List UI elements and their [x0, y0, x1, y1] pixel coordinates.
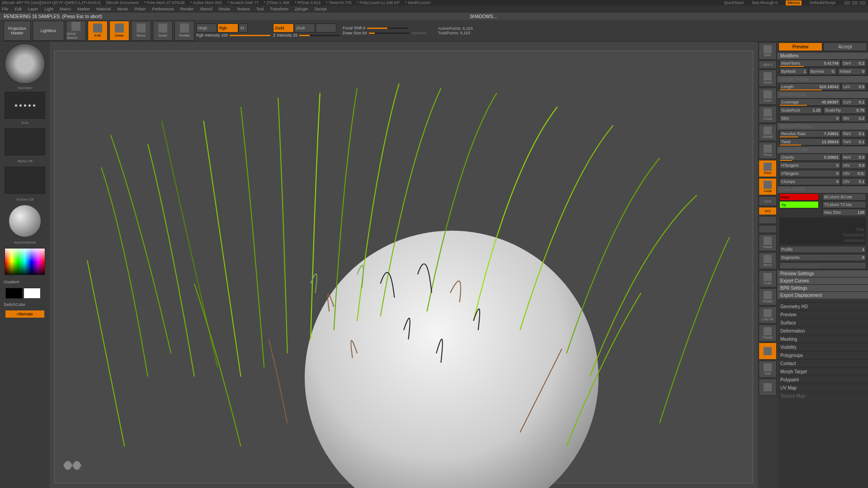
brush-preview[interactable] [5, 43, 45, 84]
transp-icon [764, 327, 772, 335]
material-preview[interactable] [9, 205, 41, 237]
xpose-btn[interactable] [759, 379, 777, 396]
rgb-btn[interactable]: Rgb [217, 23, 238, 33]
scale-btn[interactable]: Scale [153, 21, 173, 41]
render-status: RENDERING 16 SAMPLES. (Press Esc to abor… [4, 14, 102, 19]
focal-shift[interactable]: Focal Shift 0 [343, 26, 365, 30]
zsub-btn[interactable]: Zsub [294, 23, 315, 33]
aahalf-btn[interactable]: AAHalf [759, 124, 777, 141]
tip-color[interactable]: Tip [779, 201, 819, 208]
zoom-btn[interactable]: Zoom [759, 88, 777, 105]
ghost-btn[interactable] [759, 343, 777, 360]
transp-btn[interactable]: Transp [759, 324, 777, 342]
aahalf-icon [764, 127, 772, 135]
menu-file[interactable]: File [2, 7, 9, 11]
max-icon[interactable] [851, 0, 859, 5]
doc-title: ZBrush Document [106, 0, 139, 5]
frame-btn[interactable]: Frame [759, 234, 777, 251]
scaleview-btn[interactable]: Scale [759, 270, 777, 287]
color-picker[interactable] [5, 248, 45, 275]
xyz-btn[interactable]: XYZ [759, 207, 777, 215]
alpha-selector[interactable] [5, 128, 45, 155]
m-btn[interactable]: M [239, 23, 248, 33]
projection-master[interactable]: Projection Master [4, 21, 31, 41]
rotate-btn[interactable]: Rotate [175, 21, 194, 41]
draw-size[interactable]: Draw Size 64 [343, 31, 367, 35]
bpr-btn[interactable]: BPR [759, 42, 777, 60]
length-param[interactable]: Length910.18042 [779, 83, 840, 90]
persp-btn[interactable]: Persp [759, 142, 777, 159]
ghost-icon [764, 347, 772, 355]
viewport[interactable] [54, 51, 753, 483]
right-toolbar: BPR SPix 3 Scroll Zoom Actual AAHalf Per… [758, 42, 778, 488]
right-panel: Preview Accept Modifiers MaxFibers0.4174… [778, 42, 868, 488]
close-icon[interactable] [859, 0, 866, 5]
zadd-btn[interactable]: Zadd [273, 23, 294, 33]
spix[interactable]: SPix 3 [759, 61, 777, 69]
linefill-btn[interactable]: Line Fill [759, 306, 777, 324]
mrgb-btn[interactable]: Mrgb [196, 23, 217, 33]
actual-btn[interactable]: Actual [759, 106, 777, 123]
menu-edit[interactable]: Edit [15, 7, 22, 11]
preview-tab[interactable]: Preview [778, 42, 822, 51]
swatch-black[interactable] [5, 288, 23, 299]
base-color[interactable]: Base [779, 193, 819, 201]
defaultscript[interactable]: DefaultZScript [810, 0, 835, 5]
move-icon [137, 23, 146, 33]
points-info: ActivePoints: 8,193 TotalPoints: 8,193 [438, 26, 473, 35]
export-displacement[interactable]: Export Displacement [778, 291, 868, 299]
scaleview-icon [764, 273, 772, 281]
quicksave-btn[interactable]: QuickSave [724, 0, 744, 5]
draw-btn[interactable]: Draw [109, 21, 129, 41]
zcut-btn[interactable]: Zcut [316, 23, 336, 33]
geometry-hd[interactable]: Geometry HD [778, 302, 868, 310]
edit-btn[interactable]: Edit [88, 21, 108, 41]
hand-icon [764, 255, 772, 263]
accept-btn[interactable]: Accept [823, 42, 867, 51]
sketch-icon [71, 22, 80, 31]
grid-icon [764, 309, 772, 317]
menus-btn[interactable]: Menus [786, 0, 802, 5]
sphere-mesh [305, 231, 599, 488]
shadow-status: SHADOWS... [470, 14, 497, 19]
sym2-btn[interactable] [759, 225, 777, 233]
stroke-selector[interactable] [5, 92, 45, 119]
lightbox-btn[interactable]: LightBox [33, 21, 64, 41]
scroll-icon [764, 72, 772, 80]
solo-btn[interactable]: Solo [759, 361, 777, 378]
butterfly-logo [59, 452, 86, 479]
swatch-white[interactable] [24, 288, 41, 299]
move-btn[interactable]: Move [131, 21, 151, 41]
bpr-settings[interactable]: BPR Settings [778, 284, 868, 291]
status-bar: RENDERING 16 SAMPLES. (Press Esc to abor… [0, 13, 868, 20]
export-curves[interactable]: Export Curves [778, 277, 868, 284]
solo-icon [764, 363, 772, 371]
texture-selector[interactable] [5, 167, 45, 194]
moveview-btn[interactable]: Move [759, 252, 777, 269]
preview-settings[interactable]: Preview Settings [778, 270, 868, 277]
persp-icon [764, 145, 772, 153]
cent-btn[interactable]: Cent [759, 196, 777, 206]
z-intensity[interactable]: Z Intensity 25 [273, 33, 297, 38]
rotate-icon [180, 23, 189, 33]
edit-icon [93, 23, 102, 33]
window-controls [844, 0, 866, 5]
rgb-intensity[interactable]: Rgb Intensity 100 [196, 33, 228, 38]
frame-icon [764, 237, 772, 245]
min-icon[interactable] [844, 0, 851, 5]
maxfibers[interactable]: MaxFibers0.41749 [779, 60, 840, 67]
xpose-icon [764, 383, 772, 391]
quicksketch-btn[interactable]: Quick Sketch [66, 21, 86, 41]
canvas[interactable] [50, 42, 758, 488]
floor-btn[interactable]: Floor [759, 160, 777, 177]
switch-color[interactable]: SwitchColor [2, 301, 48, 308]
scale-icon [158, 23, 167, 33]
alternate-btn[interactable]: Alternate [5, 310, 44, 318]
local-btn[interactable]: Local [759, 178, 777, 195]
modifiers-header[interactable]: Modifiers [778, 52, 868, 59]
sym-btn[interactable] [759, 216, 777, 224]
toolbar: Projection Master LightBox Quick Sketch … [0, 20, 868, 42]
seethrough[interactable]: See-through 0 [752, 0, 778, 5]
scroll-btn[interactable]: Scroll [759, 70, 777, 87]
rotateview-btn[interactable]: Rotate [759, 288, 777, 305]
